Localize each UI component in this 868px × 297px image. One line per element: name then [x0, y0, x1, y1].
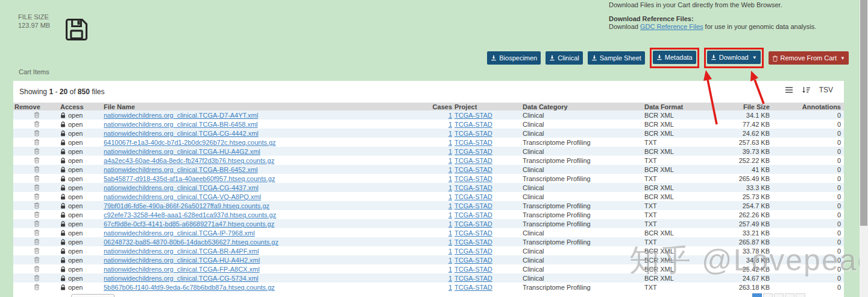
header-remove[interactable]: Remove — [13, 103, 60, 110]
project-link[interactable]: TCGA-STAD — [454, 121, 492, 128]
clinical-button[interactable]: Clinical — [546, 51, 582, 65]
table-row: open nationwidechildrens.org_clinical.TC… — [13, 246, 844, 255]
header-annotations[interactable]: Annotations — [770, 103, 844, 110]
project-link[interactable]: TCGA-STAD — [454, 248, 492, 255]
remove-file-trash-icon[interactable] — [34, 238, 40, 245]
file-name-link[interactable]: nationwidechildrens.org_clinical.TCGA-IP… — [104, 229, 255, 237]
project-link[interactable]: TCGA-STAD — [454, 220, 492, 228]
showing-files-text: Showing 1 - 20 of 850 files — [19, 88, 105, 96]
remove-file-trash-icon[interactable] — [34, 120, 40, 127]
file-name-link[interactable]: 5b867b06-f140-4fd9-9eda-6c78b6bdb87a.hts… — [104, 284, 275, 291]
project-link[interactable]: TCGA-STAD — [454, 284, 492, 291]
header-access[interactable]: Access — [60, 103, 104, 110]
file-name-link[interactable]: 67cf9d8e-0cf3-4141-bd85-a68689271a47.hts… — [104, 220, 274, 228]
project-link[interactable]: TCGA-STAD — [454, 148, 492, 155]
scrollbar-thumb[interactable] — [860, 0, 867, 226]
header-file-name[interactable]: File Name — [104, 103, 422, 110]
file-name-link[interactable]: nationwidechildrens.org_clinical.TCGA-CG… — [104, 130, 259, 137]
remove-file-trash-icon[interactable] — [34, 129, 40, 136]
project-link[interactable]: TCGA-STAD — [454, 211, 492, 219]
access-label: open — [68, 166, 83, 173]
scrollbar-track[interactable] — [860, 0, 868, 297]
table-row: open 5b867b06-f140-4fd9-9eda-6c78b6bdb87… — [13, 283, 844, 292]
header-cases[interactable]: Cases — [422, 103, 452, 110]
file-name-link[interactable]: 5ab45877-d918-435d-af1a-40aeeb60f957.hts… — [104, 175, 275, 182]
remove-from-cart-button[interactable]: Remove From Cart ▼ — [769, 51, 849, 65]
pagination-page-5[interactable] — [796, 293, 805, 297]
access-label: open — [68, 266, 83, 273]
file-name-link[interactable]: nationwidechildrens.org_clinical.TCGA-BR… — [104, 248, 259, 255]
tsv-export-button[interactable]: TSV — [819, 86, 833, 94]
file-size-value: 77.42 KB — [720, 121, 770, 128]
project-link[interactable]: TCGA-STAD — [454, 229, 492, 237]
remove-file-trash-icon[interactable] — [34, 156, 40, 164]
pagination-page-1[interactable] — [752, 293, 762, 297]
page-size-select[interactable] — [71, 294, 115, 297]
project-link[interactable]: TCGA-STAD — [454, 257, 492, 264]
pagination-page-4[interactable] — [785, 293, 794, 297]
pagination-page-3[interactable] — [774, 293, 784, 297]
remove-file-trash-icon[interactable] — [34, 274, 40, 281]
data-format-value: BCR XML — [642, 148, 720, 155]
remove-file-trash-icon[interactable] — [34, 193, 40, 200]
remove-file-trash-icon[interactable] — [34, 283, 40, 290]
remove-file-trash-icon[interactable] — [34, 256, 40, 263]
remove-file-trash-icon[interactable] — [34, 202, 40, 209]
project-link[interactable]: TCGA-STAD — [454, 130, 492, 137]
sample-sheet-button[interactable]: Sample Sheet — [588, 51, 645, 65]
sort-amount-icon[interactable] — [802, 86, 811, 94]
project-link[interactable]: TCGA-STAD — [454, 275, 492, 282]
header-data-format[interactable]: Data Format — [642, 103, 720, 110]
open-lock-icon — [60, 257, 66, 263]
remove-file-trash-icon[interactable] — [34, 165, 40, 173]
file-name-link[interactable]: c92efe73-3258-44e8-aaa1-628ed1ca937d.hts… — [104, 211, 276, 219]
header-project[interactable]: Project — [452, 103, 520, 110]
remove-file-trash-icon[interactable] — [34, 247, 40, 254]
project-link[interactable]: TCGA-STAD — [454, 112, 492, 119]
file-name-link[interactable]: 06248732-ba85-4870-80b6-14dacb536627.hts… — [104, 238, 278, 246]
file-name-link[interactable]: nationwidechildrens.org_clinical.TCGA-HU… — [104, 148, 260, 155]
project-link[interactable]: TCGA-STAD — [454, 166, 492, 173]
open-lock-icon — [60, 148, 66, 155]
remove-file-trash-icon[interactable] — [34, 229, 40, 236]
file-name-link[interactable]: nationwidechildrens.org_clinical.TCGA-BR… — [104, 166, 258, 173]
remove-file-trash-icon[interactable] — [34, 138, 40, 145]
project-link[interactable]: TCGA-STAD — [454, 193, 492, 200]
header-data-category[interactable]: Data Category — [520, 103, 642, 110]
file-name-link[interactable]: nationwidechildrens.org_clinical.TCGA-CG… — [104, 184, 259, 191]
file-name-link[interactable]: nationwidechildrens.org_clinical.TCGA-HU… — [104, 257, 260, 264]
project-link[interactable]: TCGA-STAD — [454, 202, 492, 209]
annotations-count: 0 — [770, 284, 844, 291]
remove-file-trash-icon[interactable] — [34, 147, 40, 155]
file-name-link[interactable]: 79bf01d6-fd5e-490a-866f-26a50127ffa9.hts… — [104, 202, 269, 209]
file-name-link[interactable]: nationwidechildrens.org_clinical.TCGA-CG… — [104, 275, 259, 282]
remove-file-trash-icon[interactable] — [34, 211, 40, 218]
file-name-link[interactable]: nationwidechildrens.org_clinical.TCGA-BR… — [104, 121, 258, 128]
file-name-link[interactable]: nationwidechildrens.org_clinical.TCGA-VQ… — [104, 193, 261, 200]
file-name-link[interactable]: 6410067f-e1a3-40dc-b7d1-2b0dc926b72c.hts… — [104, 139, 276, 146]
biospecimen-button[interactable]: Biospecimen — [487, 51, 541, 65]
table-row: open 6410067f-e1a3-40dc-b7d1-2b0dc926b72… — [13, 138, 844, 147]
project-link[interactable]: TCGA-STAD — [454, 175, 492, 182]
gdc-reference-files-link[interactable]: GDC Reference Files — [640, 23, 703, 30]
remove-file-trash-icon[interactable] — [34, 184, 40, 191]
file-name-link[interactable]: a4a2ec43-60ae-4d6a-8edc-fb247f2d3b76.hts… — [104, 157, 274, 164]
project-link[interactable]: TCGA-STAD — [454, 157, 492, 164]
remove-file-trash-icon[interactable] — [34, 220, 40, 227]
remove-file-trash-icon[interactable] — [34, 265, 40, 272]
metadata-button[interactable]: Metadata — [653, 51, 696, 64]
data-category-value: Transcriptome Profiling — [520, 202, 642, 209]
file-name-link[interactable]: nationwidechildrens.org_clinical.TCGA-D7… — [104, 112, 258, 119]
project-link[interactable]: TCGA-STAD — [454, 266, 492, 273]
pagination-page-2[interactable] — [763, 293, 773, 297]
header-file-size[interactable]: File Size — [720, 103, 770, 110]
download-button[interactable]: Download ▼ — [707, 51, 761, 64]
project-link[interactable]: TCGA-STAD — [454, 184, 492, 191]
project-link[interactable]: TCGA-STAD — [454, 139, 492, 146]
file-name-link[interactable]: nationwidechildrens.org_clinical.TCGA-FP… — [104, 266, 260, 273]
remove-file-trash-icon[interactable] — [34, 111, 40, 118]
list-view-icon[interactable] — [785, 86, 793, 94]
remove-file-trash-icon[interactable] — [34, 174, 40, 182]
project-link[interactable]: TCGA-STAD — [454, 238, 492, 246]
data-format-value: BCR XML — [642, 257, 720, 264]
